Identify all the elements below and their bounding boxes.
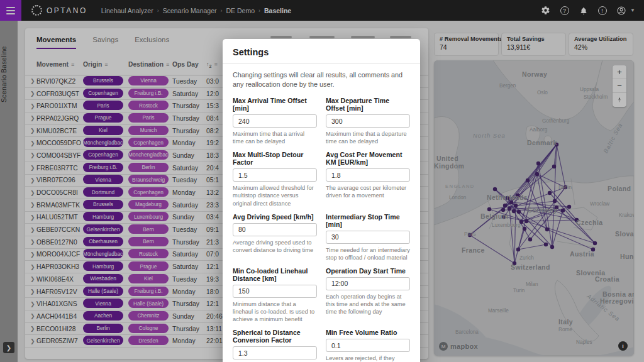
field-label: Min Free Volume Ratio: [326, 329, 410, 336]
settings-field: Max Multi-Stop Detour Factor Maximum all…: [233, 151, 317, 207]
settings-field: Min Co-loaded Linehaul Distance [km] Min…: [233, 267, 317, 323]
field-help-text: Maximum time that a arrival time can be …: [233, 130, 317, 145]
field-help-text: Minimum distance that a linehaul is co-l…: [233, 300, 317, 323]
field-input[interactable]: [233, 114, 317, 128]
field-input[interactable]: [233, 168, 317, 182]
field-help-text: Maximum allowed threshold for multistop …: [233, 184, 317, 207]
settings-field: Max Arrival Time Offset [min] Maximum ti…: [233, 97, 317, 145]
field-help-text: Average driving speed used to convert di…: [233, 239, 317, 254]
field-label: Min Co-loaded Linehaul Distance [km]: [233, 267, 317, 282]
field-label: Avg Driving Speed [km/h]: [233, 213, 317, 221]
field-help-text: Time needed for an intermediary stop to …: [326, 246, 410, 261]
settings-field: Avg Cost Per Movement KM [EUR/km] The av…: [326, 151, 410, 207]
field-label: Operation Day Start Time: [326, 267, 410, 275]
settings-field: Spherical to Distance Conversion Factor …: [233, 329, 317, 362]
field-input[interactable]: [233, 346, 317, 359]
dialog-title: Settings: [223, 39, 420, 64]
field-input[interactable]: [326, 339, 410, 352]
settings-field: Avg Driving Speed [km/h] Average driving…: [233, 213, 317, 261]
field-help-text: Levers are rejected, if they cannot at l…: [326, 354, 410, 362]
field-input[interactable]: [233, 223, 317, 236]
settings-field: Operation Day Start Time Each operation …: [326, 267, 410, 323]
settings-field: Intermediary Stop Time [min] Time needed…: [326, 213, 410, 261]
field-input[interactable]: [326, 231, 410, 244]
field-label: Intermediary Stop Time [min]: [326, 213, 410, 228]
field-input[interactable]: [326, 168, 410, 182]
field-input[interactable]: [326, 114, 410, 128]
settings-fields: Max Arrival Time Offset [min] Maximum ti…: [223, 90, 420, 362]
field-help-text: Each operation day begins at this time a…: [326, 293, 410, 315]
field-input[interactable]: [326, 277, 410, 290]
dialog-description: Changing settings will clear all results…: [223, 64, 420, 90]
field-label: Max Departure Time Offset [min]: [326, 97, 410, 112]
field-help-text: Maximum time that a departure time can b…: [326, 130, 410, 145]
settings-field: Min Free Volume Ratio Levers are rejecte…: [326, 329, 410, 362]
settings-dialog: Settings Changing settings will clear al…: [223, 39, 420, 362]
field-help-text: The average cost per kilometer driven fo…: [326, 184, 410, 199]
field-label: Avg Cost Per Movement KM [EUR/km]: [326, 151, 410, 166]
settings-field: Max Departure Time Offset [min] Maximum …: [326, 97, 410, 145]
field-label: Max Arrival Time Offset [min]: [233, 97, 317, 112]
field-input[interactable]: [233, 285, 317, 298]
field-label: Max Multi-Stop Detour Factor: [233, 151, 317, 166]
field-label: Spherical to Distance Conversion Factor: [233, 329, 317, 344]
